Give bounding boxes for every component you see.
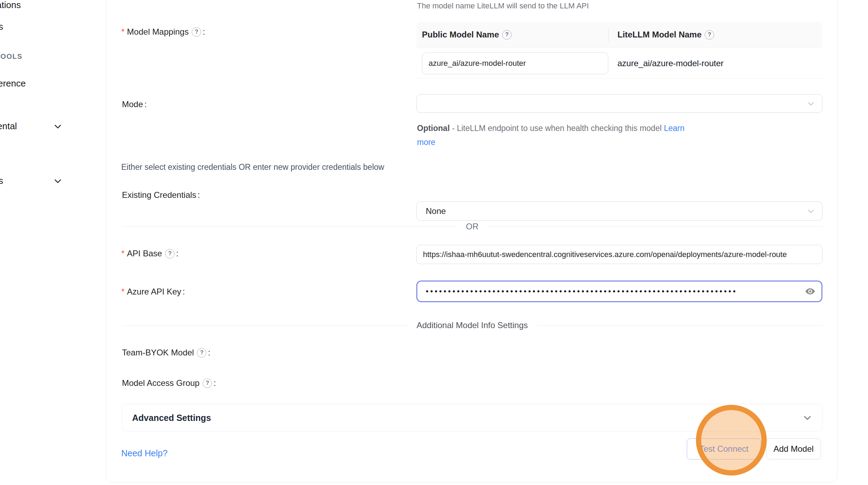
chevron-down-icon[interactable] [53,176,62,187]
column-header-litellm-model-name: LiteLLM Model Name [617,30,702,40]
chevron-down-icon [802,413,812,423]
existing-credentials-label: Existing Credentials: [122,190,200,200]
api-base-label: * API Base ? : [121,248,178,259]
table-header-row: Public Model Name ? LiteLLM Model Name ? [416,22,822,48]
existing-credentials-select[interactable]: None [416,201,822,221]
column-divider [608,28,609,42]
help-icon[interactable]: ? [705,30,714,40]
model-mappings-table: Public Model Name ? LiteLLM Model Name ?… [416,22,822,79]
chevron-down-icon[interactable] [53,122,62,132]
advanced-settings-panel[interactable]: Advanced Settings [122,404,822,432]
learn-more-link[interactable]: Learn [664,124,684,133]
help-icon[interactable]: ? [502,30,512,40]
model-name-help-text: The model name LiteLLM will send to the … [417,1,589,11]
azure-api-key-input[interactable]: ••••••••••••••••••••••••••••••••••••••••… [416,280,822,302]
credentials-note: Either select existing credentials OR en… [121,162,384,172]
sidebar-item-2[interactable]: s [0,21,3,32]
mode-help-text: Optional - LiteLLM endpoint to use when … [417,121,732,149]
eye-icon[interactable] [805,286,816,297]
advanced-settings-title: Advanced Settings [132,413,211,423]
model-access-group-label: Model Access Group ? : [122,378,216,388]
need-help-link[interactable]: Need Help? [121,448,168,458]
or-divider: OR [122,222,822,231]
additional-model-info-divider: Additional Model Info Settings [122,320,822,330]
chevron-down-icon [807,207,815,215]
test-connect-button[interactable]: Test Connect [687,438,761,459]
public-model-name-input[interactable] [422,53,608,74]
sidebar-item-4[interactable]: ental [0,120,17,132]
sidebar-section-tools: TOOLS [0,53,22,61]
column-header-public-model-name: Public Model Name [422,30,499,40]
chevron-down-icon [807,99,815,108]
mode-label: Mode: [122,99,147,110]
help-icon[interactable]: ? [203,379,212,388]
help-icon[interactable]: ? [197,348,206,358]
team-byok-label: Team-BYOK Model ? : [122,347,210,358]
sidebar-item-5[interactable]: s [0,175,3,186]
sidebar: ations s TOOLS erence ental s [0,0,106,485]
sidebar-item-1[interactable]: ations [0,0,21,11]
add-model-button[interactable]: Add Model [766,438,821,459]
api-base-input[interactable] [416,245,822,264]
table-row: azure_ai/azure-model-router [416,48,822,79]
required-asterisk: * [121,286,124,297]
help-icon[interactable]: ? [165,249,175,258]
add-model-page: ations s TOOLS erence ental s The model … [0,0,868,485]
learn-more-link[interactable]: more [417,138,435,147]
model-mappings-label: * Model Mappings ? : [121,27,205,37]
masked-password-value: ••••••••••••••••••••••••••••••••••••••••… [426,288,737,295]
help-icon[interactable]: ? [192,27,201,37]
litellm-model-name-value: azure_ai/azure-model-router [617,58,724,68]
required-asterisk: * [121,248,124,259]
sidebar-item-3[interactable]: erence [0,78,26,89]
azure-api-key-label: * Azure API Key : [121,286,185,297]
required-asterisk: * [121,27,124,37]
mode-select[interactable] [416,94,822,113]
